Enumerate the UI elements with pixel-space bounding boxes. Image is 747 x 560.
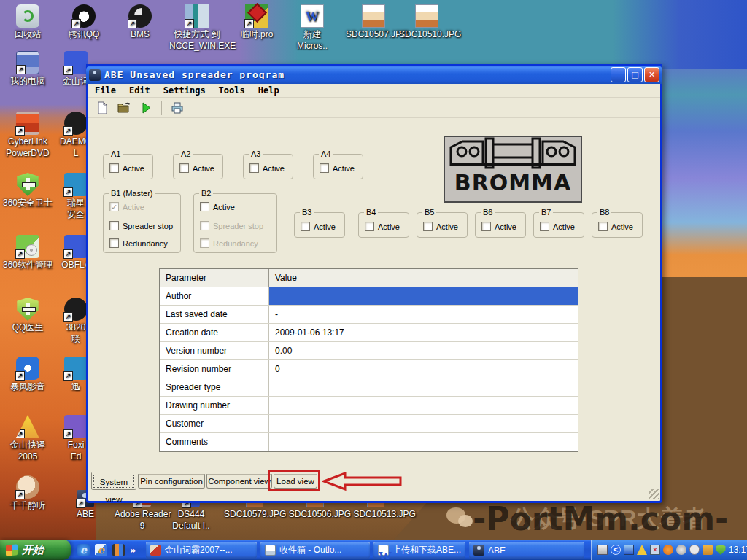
table-row[interactable]: Revision number 0 bbox=[160, 360, 578, 378]
desktop-icon-qq-doctor[interactable]: QQ医生 bbox=[0, 298, 55, 332]
a3-active-checkbox[interactable] bbox=[249, 163, 259, 173]
value-cell[interactable]: 0.00 bbox=[269, 342, 578, 359]
table-row[interactable]: Version number 0.00 bbox=[160, 342, 578, 360]
task-kingsoft-dict[interactable]: 金山词霸2007--... bbox=[146, 542, 257, 559]
group-title: B2 bbox=[199, 189, 213, 198]
value-cell[interactable]: 0 bbox=[269, 360, 578, 378]
resize-grip[interactable] bbox=[649, 489, 659, 499]
param-cell: Spreader type bbox=[160, 378, 269, 396]
group-a2: A2 Active bbox=[173, 154, 223, 179]
table-row[interactable]: Creation date 2009-01-06 13:17 bbox=[160, 324, 578, 342]
annotation-arrow bbox=[322, 472, 403, 491]
menu-settings[interactable]: Settings bbox=[157, 84, 212, 97]
mouse-icon[interactable] bbox=[689, 545, 700, 555]
table-row[interactable]: Author bbox=[160, 287, 578, 306]
task-upload-download-abe[interactable]: 上传和下载ABE... bbox=[374, 542, 465, 559]
desktop-icon-qq[interactable]: 腾讯QQ bbox=[56, 4, 112, 39]
window-title: ABE Unsaved spreader program bbox=[104, 70, 607, 79]
close-button[interactable]: ✕ bbox=[644, 67, 659, 82]
tencent-qq-icon bbox=[72, 4, 96, 28]
print-icon[interactable] bbox=[168, 99, 187, 117]
desktop-icon-ttplayer[interactable]: 千千静听 bbox=[0, 475, 55, 510]
desktop-icon-recycle-bin[interactable]: 回收站 bbox=[0, 4, 55, 39]
tab-pin-configuration[interactable]: Pin configuration bbox=[138, 474, 205, 489]
b2-active-checkbox[interactable] bbox=[200, 202, 209, 211]
alert-icon[interactable] bbox=[637, 545, 647, 555]
desktop-icon-my-computer[interactable]: 我的电脑 bbox=[0, 51, 55, 86]
menu-help[interactable]: Help bbox=[252, 84, 286, 97]
icon-label: QQ医生 bbox=[0, 323, 55, 332]
column-header-value[interactable]: Value bbox=[269, 269, 578, 287]
volume-icon[interactable] bbox=[676, 545, 686, 555]
tab-component-view[interactable]: Component view bbox=[206, 474, 272, 489]
desktop-icon-bms[interactable]: BMS bbox=[112, 4, 168, 39]
icon-label: 暴风影音 bbox=[0, 382, 55, 392]
ttplayer-icon bbox=[16, 475, 39, 499]
media-player-icon[interactable] bbox=[112, 544, 125, 556]
a4-active-checkbox[interactable] bbox=[320, 163, 329, 173]
language-bar-icon[interactable]: < bbox=[611, 545, 621, 555]
b1-redundancy-checkbox[interactable] bbox=[109, 238, 119, 248]
desktop-icon-temp-pro[interactable]: 临时.pro bbox=[229, 4, 285, 39]
a1-active-checkbox[interactable] bbox=[109, 163, 119, 173]
value-cell[interactable] bbox=[269, 397, 578, 414]
start-button[interactable]: 开始 bbox=[0, 540, 71, 560]
table-row[interactable]: Last saved date - bbox=[160, 306, 578, 324]
run-icon[interactable] bbox=[136, 99, 155, 117]
value-cell-selected[interactable] bbox=[269, 287, 578, 305]
internet-explorer-icon[interactable]: e bbox=[77, 544, 90, 556]
alarm-icon[interactable] bbox=[663, 545, 673, 555]
window-titlebar[interactable]: ABE Unsaved spreader program _ □ ✕ bbox=[86, 66, 662, 84]
tab-system-view[interactable]: System view bbox=[91, 472, 136, 490]
desktop-icon-kingsoft-fasttrans[interactable]: 金山快译 2005 bbox=[0, 415, 55, 462]
value-cell[interactable]: 2009-01-06 13:17 bbox=[269, 324, 578, 341]
b4-active-checkbox[interactable] bbox=[365, 222, 374, 231]
keyboard-icon[interactable] bbox=[597, 545, 608, 555]
menu-file[interactable]: File bbox=[88, 84, 123, 97]
table-row[interactable]: Spreader type bbox=[160, 378, 578, 397]
b1-spreader-stop-checkbox[interactable] bbox=[109, 221, 119, 230]
table-row[interactable]: Drawing number bbox=[160, 397, 578, 415]
column-header-parameter[interactable]: Parameter bbox=[160, 269, 269, 287]
table-row[interactable]: Comments bbox=[160, 433, 578, 451]
value-cell[interactable] bbox=[269, 415, 578, 432]
new-file-icon[interactable] bbox=[93, 99, 112, 117]
b7-active-checkbox[interactable] bbox=[540, 222, 549, 231]
value-cell[interactable] bbox=[269, 378, 578, 396]
minimize-button[interactable]: _ bbox=[611, 67, 626, 82]
b5-active-checkbox[interactable] bbox=[423, 222, 433, 231]
chevron-icon[interactable]: » bbox=[130, 544, 136, 556]
maximize-button[interactable]: □ bbox=[627, 67, 643, 82]
b1-active-checkbox[interactable] bbox=[109, 202, 119, 211]
network-icon[interactable] bbox=[624, 545, 634, 555]
desktop-icon-new-doc[interactable]: 新建 Micros.. bbox=[285, 4, 340, 51]
value-cell[interactable]: - bbox=[269, 306, 578, 323]
b6-active-checkbox[interactable] bbox=[481, 222, 491, 231]
menu-tools[interactable]: Tools bbox=[212, 84, 252, 97]
taskbar-clock[interactable]: 13:17 bbox=[729, 545, 747, 555]
desktop-icon-360-software[interactable]: 360软件管理 bbox=[0, 235, 55, 270]
desktop-icon-storm-player[interactable]: 暴风影音 bbox=[0, 357, 55, 392]
value-cell[interactable] bbox=[269, 433, 578, 451]
b8-active-checkbox[interactable] bbox=[598, 222, 608, 231]
outlook-express-icon[interactable]: e bbox=[95, 544, 107, 556]
shield-icon[interactable] bbox=[716, 545, 726, 555]
briefcase-icon[interactable] bbox=[703, 545, 713, 555]
display-error-icon[interactable]: ✕ bbox=[650, 545, 660, 555]
b3-active-checkbox[interactable] bbox=[301, 222, 310, 231]
task-inbox-outlook[interactable]: 收件箱 - Outlo... bbox=[260, 542, 370, 559]
open-file-icon[interactable] bbox=[115, 99, 133, 117]
desktop-icon-powerdvd[interactable]: CyberLink PowerDVD bbox=[0, 112, 55, 158]
start-label: 开始 bbox=[22, 543, 44, 557]
task-label: 上传和下载ABE... bbox=[392, 544, 461, 556]
desktop-icon-ncce[interactable]: 快捷方式 到 NCCE_WIN.EXE bbox=[169, 4, 225, 51]
desktop-icon-360-safe[interactable]: 360安全卫士 bbox=[0, 173, 55, 208]
a2-active-checkbox[interactable] bbox=[179, 163, 189, 173]
desktop-icon-sdc10507[interactable]: SDC10507.JPG bbox=[346, 4, 401, 39]
my-computer-icon bbox=[16, 51, 39, 74]
table-row[interactable]: Customer bbox=[160, 415, 578, 433]
menu-edit[interactable]: Edit bbox=[123, 84, 157, 97]
menu-bar: File Edit Settings Tools Help bbox=[88, 84, 660, 98]
desktop-icon-sdc10510[interactable]: SDC10510.JPG bbox=[399, 4, 454, 39]
task-abe-active[interactable]: ABE bbox=[469, 542, 584, 559]
